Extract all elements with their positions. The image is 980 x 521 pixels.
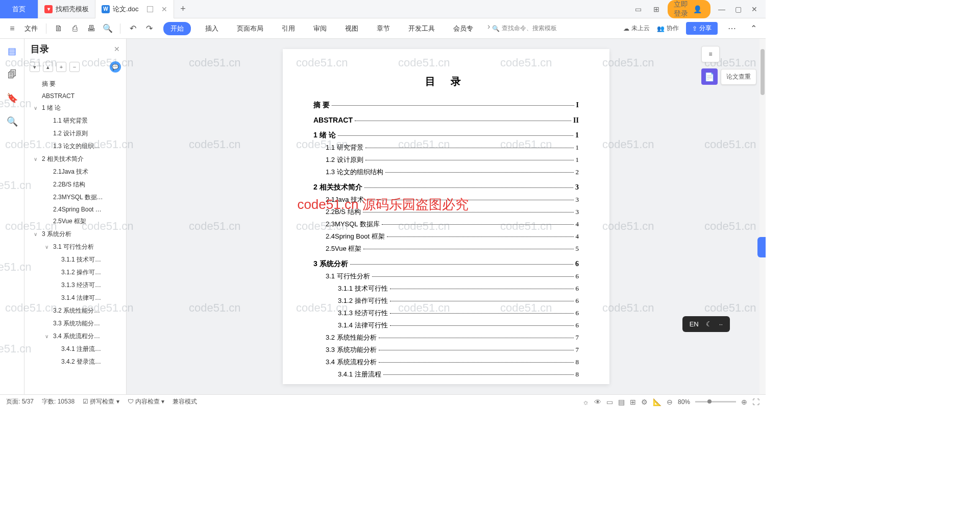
outline-item[interactable]: 3.3 系统功能分…	[24, 317, 126, 330]
outline-item[interactable]: 3.2 系统性能分…	[24, 304, 126, 317]
tab-document[interactable]: W 论文.doc ✕	[95, 0, 174, 18]
print-preview-icon[interactable]: 🔍	[101, 21, 115, 36]
share-button[interactable]: ⇪ 分享	[686, 22, 718, 35]
close-button[interactable]: ✕	[747, 2, 762, 16]
save-icon[interactable]: 🗎	[52, 21, 66, 36]
outline-item[interactable]: 3.1.4 法律可…	[24, 292, 126, 304]
page-indicator[interactable]: 页面: 5/37	[6, 397, 34, 406]
spellcheck-toggle[interactable]: ☑ 拼写检查 ▾	[83, 397, 119, 406]
save-as-icon[interactable]: ⎙	[68, 21, 82, 36]
document-canvas[interactable]: 目 录 摘 要IABSTRACTII1 绪 论11.1 研究背景11.2 设计原…	[127, 39, 766, 394]
side-tab-handle[interactable]	[757, 237, 766, 257]
zoom-level[interactable]: 80%	[678, 398, 690, 406]
toc-entry[interactable]: 2 相关技术简介3	[313, 183, 579, 192]
minimize-button[interactable]: —	[715, 2, 729, 16]
toc-entry[interactable]: 3.1.4 法律可行性6	[313, 321, 579, 330]
outline-item[interactable]: 2.4Spring Boot …	[24, 204, 126, 215]
page-rail-icon[interactable]: 🗐	[6, 68, 18, 81]
brightness-icon[interactable]: ☼	[582, 398, 589, 406]
format-icon[interactable]: ≡	[701, 46, 720, 62]
close-icon[interactable]: ✕	[161, 5, 167, 13]
remove-icon[interactable]: −	[69, 62, 80, 72]
tab-home[interactable]: 首页	[0, 0, 38, 18]
expand-all-icon[interactable]: ▴	[43, 62, 53, 72]
plagiarism-button[interactable]: 论文查重	[721, 69, 756, 85]
ribbon-tab-insert[interactable]: 插入	[201, 22, 223, 35]
scrollbar-thumb[interactable]	[761, 49, 765, 95]
command-search[interactable]: 🔍 查找命令、搜索模板	[492, 24, 557, 33]
view-outline-icon[interactable]: ▤	[618, 398, 625, 406]
outline-item[interactable]: ∨1 绪 论	[24, 102, 126, 114]
ribbon-tab-review[interactable]: 审阅	[309, 22, 331, 35]
new-tab-button[interactable]: +	[174, 4, 192, 14]
outline-item[interactable]: 3.1.1 技术可…	[24, 253, 126, 266]
menu-icon[interactable]: ≡	[5, 21, 19, 36]
ribbon-tab-references[interactable]: 引用	[278, 22, 299, 35]
outline-item[interactable]: 2.5Vue 框架	[24, 215, 126, 228]
toc-entry[interactable]: 2.3MYSQL 数据库4	[313, 220, 579, 229]
ribbon-tab-view[interactable]: 视图	[341, 22, 362, 35]
toc-entry[interactable]: 1.1 研究背景1	[313, 143, 579, 152]
zoom-in-icon[interactable]: ⊕	[741, 398, 747, 406]
settings-icon[interactable]: ⚙	[641, 398, 648, 406]
toc-entry[interactable]: 3 系统分析6	[313, 259, 579, 269]
view-web-icon[interactable]: ⊞	[630, 398, 636, 406]
plagiarism-icon[interactable]: 📄	[701, 68, 718, 85]
collapse-icon[interactable]: ⌃	[746, 21, 761, 36]
toc-entry[interactable]: 2.5Vue 框架5	[313, 244, 579, 253]
add-icon[interactable]: +	[56, 62, 66, 72]
zoom-out-icon[interactable]: ⊖	[667, 398, 673, 406]
outline-item[interactable]: 1.3 论文的组织…	[24, 140, 126, 153]
outline-item[interactable]: 摘 要	[24, 78, 126, 90]
vertical-scrollbar[interactable]	[760, 39, 766, 394]
view-page-icon[interactable]: ▭	[606, 398, 613, 406]
toc-entry[interactable]: 1.2 设计原则1	[313, 155, 579, 164]
content-check-toggle[interactable]: 🛡 内容检查 ▾	[128, 397, 165, 406]
toc-entry[interactable]: 3.4 系统流程分析8	[313, 358, 579, 367]
toc-entry[interactable]: 3.1.1 技术可行性6	[313, 284, 579, 293]
toc-entry[interactable]: 3.1 可行性分析6	[313, 272, 579, 281]
outline-item[interactable]: ABSTRACT	[24, 90, 126, 102]
toc-entry[interactable]: 2.4Spring Boot 框架4	[313, 232, 579, 241]
ribbon-tab-layout[interactable]: 页面布局	[233, 22, 267, 35]
undo-icon[interactable]: ↶	[126, 21, 140, 36]
tab-templates[interactable]: ▾ 找稻壳模板	[38, 0, 95, 18]
outline-item[interactable]: ∨3.4 系统流程分…	[24, 330, 126, 343]
redo-icon[interactable]: ↷	[142, 21, 156, 36]
bookmark-rail-icon[interactable]: 🔖	[6, 92, 18, 104]
outline-item[interactable]: ∨2 相关技术简介	[24, 153, 126, 165]
toc-entry[interactable]: ABSTRACTII	[313, 116, 579, 125]
toc-entry[interactable]: 3.1.2 操作可行性6	[313, 296, 579, 305]
outline-item[interactable]: 3.1.2 操作可…	[24, 266, 126, 279]
toc-entry[interactable]: 1.3 论文的组织结构2	[313, 168, 579, 177]
toc-entry[interactable]: 3.2 系统性能分析7	[313, 333, 579, 342]
layout-icon[interactable]: ▭	[631, 2, 645, 16]
maximize-button[interactable]: ▢	[731, 2, 745, 16]
outline-tree[interactable]: 摘 要ABSTRACT∨1 绪 论1.1 研究背景1.2 设计原则1.3 论文的…	[24, 75, 126, 394]
file-menu[interactable]: 文件	[21, 24, 41, 33]
reading-icon[interactable]: 👁	[594, 398, 601, 406]
outline-item[interactable]: 3.4.1 注册流…	[24, 343, 126, 356]
outline-rail-icon[interactable]: ▤	[6, 45, 18, 57]
collapse-all-icon[interactable]: ▾	[30, 62, 40, 72]
toc-entry[interactable]: 1 绪 论1	[313, 131, 579, 140]
zoom-slider[interactable]	[695, 401, 736, 402]
word-count[interactable]: 字数: 10538	[42, 397, 75, 406]
outline-item[interactable]: 2.1Java 技术	[24, 165, 126, 178]
login-button[interactable]: 立即登录 👤	[668, 0, 710, 18]
ribbon-tab-member[interactable]: 会员专	[449, 22, 477, 35]
outline-item[interactable]: 1.2 设计原则	[24, 127, 126, 140]
ribbon-tab-start[interactable]: 开始	[163, 22, 191, 35]
close-icon[interactable]: ✕	[114, 45, 120, 53]
toc-entry[interactable]: 摘 要I	[313, 101, 579, 110]
outline-item[interactable]: 2.3MYSQL 数据…	[24, 191, 126, 204]
fit-icon[interactable]: ⛶	[752, 398, 760, 406]
search-rail-icon[interactable]: 🔍	[6, 115, 18, 128]
ribbon-more-icon[interactable]: ›	[487, 22, 490, 35]
toc-entry[interactable]: 3.4.1 注册流程8	[313, 370, 579, 379]
outline-item[interactable]: 1.1 研究背景	[24, 114, 126, 127]
toc-entry[interactable]: 3.1.3 经济可行性6	[313, 309, 579, 318]
ribbon-tab-sections[interactable]: 章节	[373, 22, 394, 35]
ruler-icon[interactable]: 📐	[653, 398, 662, 406]
outline-item[interactable]: ∨3.1 可行性分析	[24, 241, 126, 253]
